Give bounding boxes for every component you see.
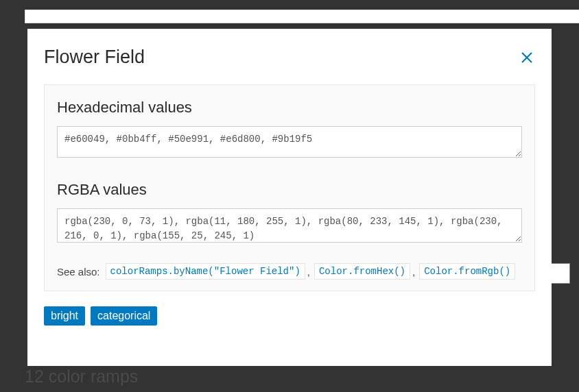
hex-section-title: Hexadecimal values: [57, 99, 522, 117]
separator: ,: [307, 266, 310, 278]
color-ramp-modal: Flower Field Hexadecimal values RGBA val…: [27, 29, 552, 366]
see-also-row: See also: colorRamps.byName("Flower Fiel…: [57, 263, 522, 280]
close-button[interactable]: [519, 49, 535, 66]
rgba-values-textarea[interactable]: [57, 208, 522, 243]
values-panel: Hexadecimal values RGBA values See also:…: [44, 84, 535, 291]
see-also-link-byname[interactable]: colorRamps.byName("Flower Field"): [106, 263, 305, 280]
modal-header: Flower Field: [44, 47, 535, 68]
hex-values-textarea[interactable]: [57, 126, 522, 158]
modal-title: Flower Field: [44, 47, 145, 68]
background-box: [550, 263, 570, 284]
background-subtitle: 12 color ramps: [25, 367, 138, 387]
separator: ,: [412, 266, 415, 278]
see-also-link-fromhex[interactable]: Color.fromHex(): [314, 263, 410, 280]
close-icon: [520, 51, 534, 64]
see-also-label: See also:: [57, 266, 100, 278]
see-also-link-fromrgb[interactable]: Color.fromRgb(): [419, 263, 515, 280]
rgba-section-title: RGBA values: [57, 181, 522, 199]
tag-row: bright categorical: [44, 306, 535, 326]
background-strip: [25, 10, 579, 23]
tag-categorical[interactable]: categorical: [91, 306, 157, 326]
tag-bright[interactable]: bright: [44, 306, 85, 326]
